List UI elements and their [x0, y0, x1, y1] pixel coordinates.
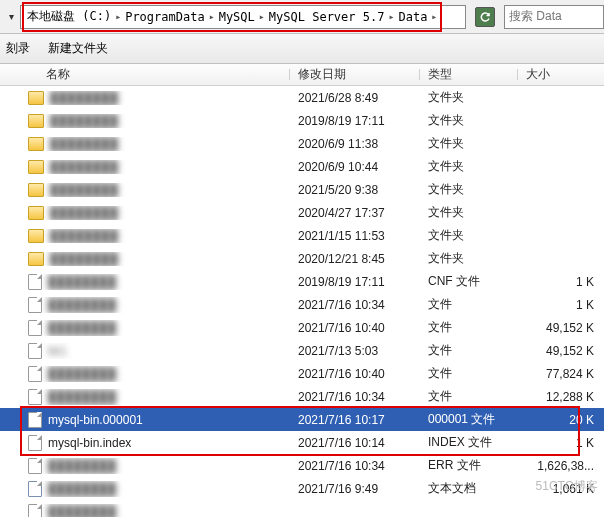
file-name-label: ████████: [50, 91, 118, 105]
chevron-right-icon: ▸: [429, 11, 439, 22]
cell-date: 2021/7/16 10:40: [290, 367, 420, 381]
column-header-date[interactable]: 修改日期: [290, 66, 420, 83]
breadcrumb-item[interactable]: 本地磁盘 (C:): [25, 8, 113, 25]
cell-type: ERR 文件: [420, 457, 518, 474]
table-row[interactable]: ████████2019/8/19 17:11CNF 文件1 K: [0, 270, 604, 293]
cell-name: ████████: [0, 504, 290, 518]
breadcrumb-item[interactable]: Data: [396, 10, 429, 24]
table-row[interactable]: ████████2020/6/9 10:44文件夹: [0, 155, 604, 178]
cell-type: 文件: [420, 388, 518, 405]
cell-name: ████████: [0, 206, 290, 220]
cell-date: 2020/6/9 11:38: [290, 137, 420, 151]
cell-name: mysql-bin.000001: [0, 412, 290, 428]
cell-name: ████████: [0, 366, 290, 382]
column-header-name[interactable]: 名称: [0, 66, 290, 83]
toolbar-burn[interactable]: 刻录: [6, 40, 30, 57]
cell-size: 77,824 K: [518, 367, 604, 381]
table-row[interactable]: ████████2019/8/19 17:11文件夹: [0, 109, 604, 132]
breadcrumb-item[interactable]: MySQL: [217, 10, 257, 24]
cell-date: 2019/8/19 17:11: [290, 114, 420, 128]
file-name-label: ████████: [48, 390, 116, 404]
file-name-label: ████████: [50, 183, 118, 197]
file-name-label: ████████: [48, 459, 116, 473]
chevron-down-icon: ▾: [9, 11, 14, 22]
cell-name: mysql-bin.index: [0, 435, 290, 451]
cell-date: 2021/7/13 5:03: [290, 344, 420, 358]
table-row[interactable]: ████████2021/7/16 10:34文件1 K: [0, 293, 604, 316]
file-name-label: ████████: [48, 275, 116, 289]
file-name-label: ████████: [48, 482, 116, 496]
table-row[interactable]: ████████2021/7/16 10:40文件77,824 K: [0, 362, 604, 385]
file-icon: [28, 297, 42, 313]
toolbar-new-folder[interactable]: 新建文件夹: [48, 40, 108, 57]
file-icon: [28, 458, 42, 474]
table-row[interactable]: mysql-bin.index2021/7/16 10:14INDEX 文件1 …: [0, 431, 604, 454]
file-list: ████████2021/6/28 8:49文件夹████████2019/8/…: [0, 86, 604, 517]
cell-type: INDEX 文件: [420, 434, 518, 451]
chevron-right-icon: ▸: [257, 11, 267, 22]
folder-icon: [28, 229, 44, 243]
breadcrumb-item[interactable]: ProgramData: [123, 10, 206, 24]
search-input[interactable]: 搜索 Data: [504, 5, 604, 29]
file-name-label: ████████: [50, 160, 118, 174]
folder-icon: [28, 206, 44, 220]
cell-type: 文件夹: [420, 89, 518, 106]
table-row[interactable]: ████████2021/7/16 10:34ERR 文件1,626,38...: [0, 454, 604, 477]
nav-dropdown[interactable]: ▾: [2, 5, 20, 29]
cell-size: 12,288 K: [518, 390, 604, 404]
folder-icon: [28, 137, 44, 151]
cell-size: 49,152 K: [518, 344, 604, 358]
table-row[interactable]: ████████: [0, 500, 604, 517]
refresh-icon: [479, 11, 491, 23]
table-row[interactable]: ████████2021/5/20 9:38文件夹: [0, 178, 604, 201]
cell-name: ████████: [0, 160, 290, 174]
table-row[interactable]: ████████2021/7/16 10:34文件12,288 K: [0, 385, 604, 408]
folder-icon: [28, 183, 44, 197]
table-row[interactable]: ████████2021/7/16 10:40文件49,152 K: [0, 316, 604, 339]
table-row[interactable]: ████████2020/4/27 17:37文件夹: [0, 201, 604, 224]
file-name-label: ████████: [50, 252, 118, 266]
column-header-size[interactable]: 大小: [518, 66, 604, 83]
watermark: 51CTO博客: [536, 478, 598, 495]
folder-icon: [28, 252, 44, 266]
table-row[interactable]: ████████2020/6/9 11:38文件夹: [0, 132, 604, 155]
file-name-label: ████████: [50, 114, 118, 128]
table-row[interactable]: ile12021/7/13 5:03文件49,152 K: [0, 339, 604, 362]
file-icon: [28, 320, 42, 336]
cell-date: 2021/7/16 10:34: [290, 298, 420, 312]
cell-size: 1,626,38...: [518, 459, 604, 473]
cell-name: ████████: [0, 183, 290, 197]
column-header-type[interactable]: 类型: [420, 66, 518, 83]
file-name-label: ████████: [50, 206, 118, 220]
cell-date: 2021/5/20 9:38: [290, 183, 420, 197]
breadcrumb[interactable]: 本地磁盘 (C:) ▸ ProgramData ▸ MySQL ▸ MySQL …: [20, 5, 466, 29]
breadcrumb-item[interactable]: MySQL Server 5.7: [267, 10, 387, 24]
cell-type: 文件: [420, 319, 518, 336]
table-row[interactable]: ████████2021/6/28 8:49文件夹: [0, 86, 604, 109]
table-row[interactable]: ████████2021/7/16 9:49文本文档1,061 K: [0, 477, 604, 500]
table-row[interactable]: ████████2021/1/15 11:53文件夹: [0, 224, 604, 247]
refresh-button[interactable]: [475, 7, 495, 27]
file-icon: [28, 504, 42, 518]
cell-name: ████████: [0, 91, 290, 105]
cell-date: 2021/6/28 8:49: [290, 91, 420, 105]
cell-name: ████████: [0, 229, 290, 243]
cell-type: 文件夹: [420, 158, 518, 175]
table-row[interactable]: ████████2020/12/21 8:45文件夹: [0, 247, 604, 270]
folder-icon: [28, 160, 44, 174]
text-file-icon: [28, 481, 42, 497]
toolbar: 刻录 新建文件夹: [0, 34, 604, 64]
cell-name: ████████: [0, 481, 290, 497]
file-icon: [28, 412, 42, 428]
cell-name: ████████: [0, 114, 290, 128]
file-name-label: mysql-bin.000001: [48, 413, 143, 427]
cell-date: 2021/7/16 10:34: [290, 459, 420, 473]
file-name-label: ████████: [48, 298, 116, 312]
cell-name: ile1: [0, 343, 290, 359]
cell-date: 2020/12/21 8:45: [290, 252, 420, 266]
table-row[interactable]: mysql-bin.0000012021/7/16 10:17000001 文件…: [0, 408, 604, 431]
refresh-group: [466, 7, 504, 27]
cell-type: 文件夹: [420, 204, 518, 221]
cell-date: 2019/8/19 17:11: [290, 275, 420, 289]
cell-type: 文件夹: [420, 227, 518, 244]
